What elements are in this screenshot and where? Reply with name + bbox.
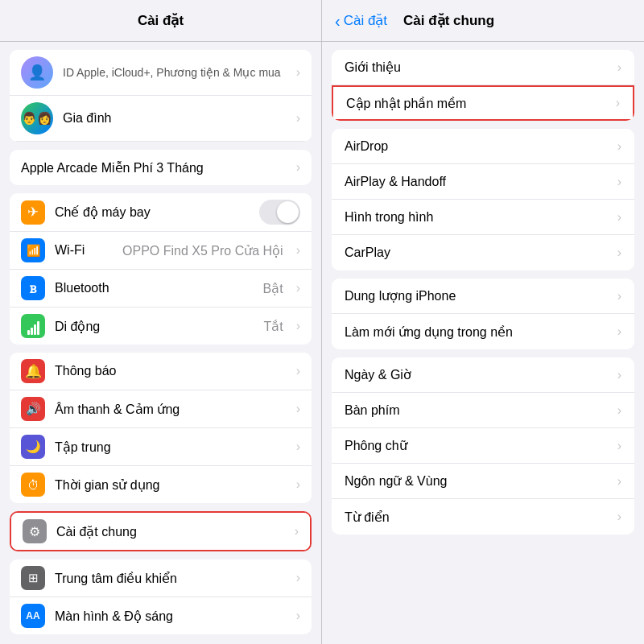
back-label: Cài đặt (344, 12, 387, 29)
screentime-item[interactable]: ⏱ Thời gian sử dụng › (10, 466, 312, 503)
right-panel: Giới thiệu › Cập nhật phần mềm › AirDrop… (322, 42, 644, 644)
wifi-icon: 📶 (21, 238, 45, 262)
screentime-icon: ⏱ (21, 473, 45, 497)
account-description: ID Apple, iCloud+, Phương tiện & Mục mua (63, 65, 283, 80)
right-language-label: Ngôn ngữ & Vùng (345, 473, 617, 489)
airplane-icon: ✈ (21, 200, 45, 225)
bluetooth-icon: ʙ (21, 276, 45, 300)
family-item[interactable]: 👨‍👩 Gia đình › (10, 96, 312, 142)
arcade-label: Apple Arcade Miễn Phí 3 Tháng (21, 160, 285, 175)
right-datetime-label: Ngày & Giờ (345, 367, 617, 382)
bluetooth-chevron-icon: › (296, 281, 300, 295)
right-panel-header: ‹ Cài đặt Cài đặt chung (322, 0, 644, 41)
wifi-value: OPPO Find X5 Pro Cửa Hội (122, 243, 283, 258)
right-airdrop-item[interactable]: AirDrop › (332, 129, 634, 164)
control-center-item[interactable]: ⊞ Trung tâm điều khiển › (10, 559, 312, 597)
display-chevron-icon: › (296, 609, 300, 623)
right-airplay-chevron-icon: › (617, 175, 621, 189)
right-carplay-item[interactable]: CarPlay › (332, 235, 634, 270)
notifications-icon: 🔔 (21, 359, 45, 383)
right-language-item[interactable]: Ngôn ngữ & Vùng › (332, 464, 634, 499)
network-section: ✈ Chế độ máy bay 📶 Wi-Fi OPPO Find X5 Pr… (10, 193, 312, 345)
right-about-label: Giới thiệu (345, 60, 617, 75)
right-group1-inner: Giới thiệu › Cập nhật phần mềm › (332, 50, 634, 121)
chevron-icon: › (296, 65, 300, 80)
toggle-knob (277, 201, 299, 223)
left-title: Cài đặt (138, 12, 184, 29)
right-airdrop-label: AirDrop (345, 139, 617, 154)
right-panel-title: Cài đặt chung (403, 12, 494, 29)
focus-item[interactable]: 🌙 Tập trung › (10, 428, 312, 466)
cellular-icon (21, 314, 45, 338)
family-label: Gia đình (63, 111, 283, 126)
control-center-icon: ⊞ (21, 566, 45, 590)
display-icon: AA (21, 604, 45, 628)
bluetooth-label: Bluetooth (55, 281, 254, 295)
right-keyboard-item[interactable]: Bàn phím › (332, 393, 634, 428)
right-pip-chevron-icon: › (617, 210, 621, 225)
right-update-chevron-icon: › (616, 96, 620, 110)
right-dictionary-chevron-icon: › (617, 510, 621, 524)
notifications-item[interactable]: 🔔 Thông báo › (10, 353, 312, 390)
back-button[interactable]: ‹ Cài đặt (335, 12, 387, 29)
right-keyboard-label: Bàn phím (345, 403, 617, 418)
avatar: 👤 (21, 56, 53, 89)
sounds-chevron-icon: › (296, 402, 300, 416)
notifications-chevron-icon: › (296, 364, 300, 378)
wifi-item[interactable]: 📶 Wi-Fi OPPO Find X5 Pro Cửa Hội › (10, 232, 312, 270)
notifications-section: 🔔 Thông báo › 🔊 Âm thanh & Cảm ứng › 🌙 T… (10, 353, 312, 503)
focus-label: Tập trung (55, 440, 283, 455)
airplane-toggle[interactable] (259, 200, 300, 225)
right-storage-item[interactable]: Dung lượng iPhone › (332, 279, 634, 314)
right-group1: Giới thiệu › Cập nhật phần mềm › (332, 50, 634, 121)
sounds-icon: 🔊 (21, 397, 45, 421)
right-language-chevron-icon: › (617, 474, 621, 489)
right-group3: Dung lượng iPhone › Làm mới ứng dụng tro… (332, 279, 634, 349)
right-datetime-item[interactable]: Ngày & Giờ › (332, 357, 634, 393)
notifications-label: Thông báo (55, 364, 283, 378)
right-background-chevron-icon: › (617, 324, 621, 339)
right-fonts-item[interactable]: Phông chữ › (332, 428, 634, 464)
general-chevron-icon: › (295, 524, 299, 539)
right-datetime-chevron-icon: › (617, 368, 621, 382)
focus-icon: 🌙 (21, 435, 45, 459)
right-about-item[interactable]: Giới thiệu › (332, 50, 634, 85)
screentime-label: Thời gian sử dụng (55, 477, 283, 493)
arcade-item[interactable]: Apple Arcade Miễn Phí 3 Tháng › (10, 150, 312, 185)
general-item[interactable]: ⚙ Cài đặt chung › (11, 513, 310, 550)
airplane-item[interactable]: ✈ Chế độ máy bay (10, 193, 312, 232)
sounds-item[interactable]: 🔊 Âm thanh & Cảm ứng › (10, 390, 312, 428)
arcade-chevron-icon: › (296, 160, 300, 175)
back-chevron-icon: ‹ (335, 13, 341, 29)
cellular-label: Di động (55, 319, 254, 334)
general-icon: ⚙ (23, 519, 47, 543)
wifi-label: Wi-Fi (55, 243, 113, 258)
right-background-item[interactable]: Làm mới ứng dụng trong nền › (332, 314, 634, 349)
right-dictionary-label: Từ điển (345, 510, 617, 525)
general-section: ⚙ Cài đặt chung › (10, 511, 312, 551)
cellular-value: Tắt (263, 319, 283, 334)
right-fonts-chevron-icon: › (617, 439, 621, 453)
right-storage-label: Dung lượng iPhone (345, 288, 617, 303)
control-center-label: Trung tâm điều khiển (55, 571, 283, 586)
right-keyboard-chevron-icon: › (617, 403, 621, 418)
account-item[interactable]: 👤 ID Apple, iCloud+, Phương tiện & Mục m… (10, 50, 312, 96)
bluetooth-item[interactable]: ʙ Bluetooth Bật › (10, 270, 312, 308)
cellular-item[interactable]: Di động Tắt › (10, 308, 312, 345)
focus-chevron-icon: › (296, 440, 300, 454)
right-airplay-item[interactable]: AirPlay & Handoff › (332, 164, 634, 200)
right-update-item[interactable]: Cập nhật phần mềm › (332, 85, 634, 121)
sounds-label: Âm thanh & Cảm ứng (55, 402, 283, 417)
right-carplay-label: CarPlay (345, 246, 617, 260)
right-pip-item[interactable]: Hình trong hình › (332, 200, 634, 235)
cellular-chevron-icon: › (296, 319, 300, 333)
right-about-chevron-icon: › (617, 60, 621, 75)
right-fonts-label: Phông chữ (345, 438, 617, 453)
main-content: 👤 ID Apple, iCloud+, Phương tiện & Mục m… (0, 42, 644, 644)
left-panel: 👤 ID Apple, iCloud+, Phương tiện & Mục m… (0, 42, 322, 644)
arcade-section: Apple Arcade Miễn Phí 3 Tháng › (10, 150, 312, 185)
control-section: ⊞ Trung tâm điều khiển › AA Màn hình & Đ… (10, 559, 312, 634)
right-storage-chevron-icon: › (617, 289, 621, 303)
right-dictionary-item[interactable]: Từ điển › (332, 499, 634, 535)
display-item[interactable]: AA Màn hình & Độ sáng › (10, 597, 312, 634)
